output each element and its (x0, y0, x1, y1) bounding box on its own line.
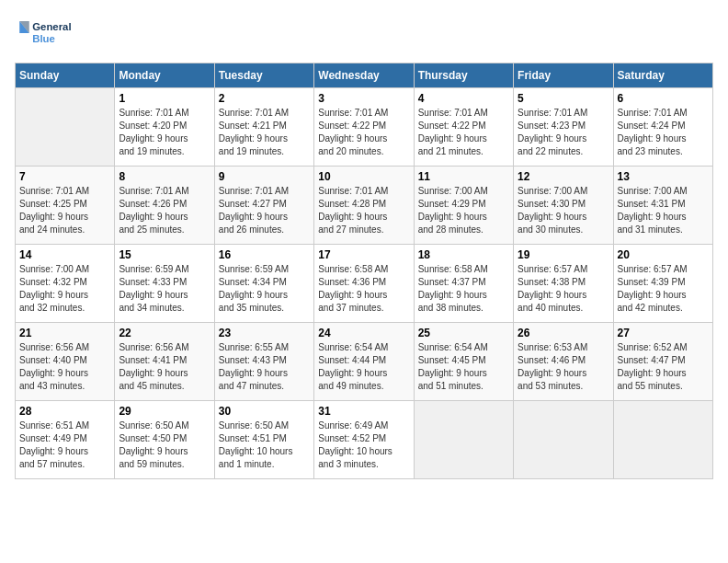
week-row-4: 21Sunrise: 6:56 AM Sunset: 4:40 PM Dayli… (16, 323, 713, 401)
day-number: 27 (618, 327, 709, 339)
week-row-5: 28Sunrise: 6:51 AM Sunset: 4:49 PM Dayli… (16, 401, 713, 479)
day-info: Sunrise: 6:56 AM Sunset: 4:41 PM Dayligh… (119, 341, 210, 393)
day-info: Sunrise: 7:01 AM Sunset: 4:26 PM Dayligh… (119, 185, 210, 236)
day-number: 24 (318, 327, 409, 339)
day-number: 1 (119, 92, 210, 105)
calendar-cell: 14Sunrise: 7:00 AM Sunset: 4:32 PM Dayli… (16, 245, 115, 323)
day-number: 28 (19, 405, 110, 418)
day-info: Sunrise: 6:59 AM Sunset: 4:34 PM Dayligh… (219, 263, 310, 315)
calendar-cell (414, 401, 513, 479)
calendar-cell: 10Sunrise: 7:01 AM Sunset: 4:28 PM Dayli… (314, 167, 414, 245)
page-header: General Blue (15, 15, 713, 52)
logo: General Blue (15, 15, 79, 52)
day-number: 12 (518, 170, 609, 183)
weekday-header-saturday: Saturday (613, 63, 712, 88)
calendar-cell: 31Sunrise: 6:49 AM Sunset: 4:52 PM Dayli… (314, 401, 414, 479)
day-info: Sunrise: 7:01 AM Sunset: 4:23 PM Dayligh… (518, 107, 609, 158)
svg-text:Blue: Blue (32, 33, 55, 44)
logo-svg: General Blue (15, 15, 79, 52)
calendar-cell: 25Sunrise: 6:54 AM Sunset: 4:45 PM Dayli… (414, 323, 513, 401)
weekday-header-row: SundayMondayTuesdayWednesdayThursdayFrid… (16, 63, 713, 88)
day-number: 15 (119, 248, 210, 261)
calendar-cell: 17Sunrise: 6:58 AM Sunset: 4:36 PM Dayli… (314, 245, 414, 323)
day-info: Sunrise: 6:57 AM Sunset: 4:39 PM Dayligh… (618, 263, 709, 315)
day-number: 19 (518, 248, 609, 261)
day-info: Sunrise: 7:01 AM Sunset: 4:28 PM Dayligh… (318, 185, 409, 236)
day-info: Sunrise: 6:56 AM Sunset: 4:40 PM Dayligh… (19, 341, 110, 393)
day-info: Sunrise: 7:01 AM Sunset: 4:20 PM Dayligh… (119, 107, 210, 158)
weekday-header-friday: Friday (514, 63, 613, 88)
day-info: Sunrise: 7:01 AM Sunset: 4:27 PM Dayligh… (219, 185, 310, 236)
day-number: 25 (418, 327, 509, 339)
calendar-cell: 5Sunrise: 7:01 AM Sunset: 4:23 PM Daylig… (514, 88, 613, 167)
day-info: Sunrise: 6:53 AM Sunset: 4:46 PM Dayligh… (518, 341, 609, 393)
day-number: 2 (219, 92, 310, 105)
calendar-cell: 27Sunrise: 6:52 AM Sunset: 4:47 PM Dayli… (613, 323, 712, 401)
day-number: 26 (518, 327, 609, 339)
weekday-header-tuesday: Tuesday (214, 63, 313, 88)
calendar-cell: 22Sunrise: 6:56 AM Sunset: 4:41 PM Dayli… (115, 323, 214, 401)
calendar-cell: 13Sunrise: 7:00 AM Sunset: 4:31 PM Dayli… (613, 167, 712, 245)
calendar-cell: 21Sunrise: 6:56 AM Sunset: 4:40 PM Dayli… (16, 323, 115, 401)
day-info: Sunrise: 7:01 AM Sunset: 4:22 PM Dayligh… (418, 107, 509, 158)
day-number: 6 (618, 92, 709, 105)
day-info: Sunrise: 6:49 AM Sunset: 4:52 PM Dayligh… (318, 419, 409, 471)
day-number: 16 (219, 248, 310, 261)
weekday-header-sunday: Sunday (16, 63, 115, 88)
day-number: 30 (219, 405, 310, 418)
day-number: 14 (19, 248, 110, 261)
day-info: Sunrise: 7:00 AM Sunset: 4:30 PM Dayligh… (518, 185, 609, 236)
calendar-table: SundayMondayTuesdayWednesdayThursdayFrid… (15, 63, 713, 479)
day-info: Sunrise: 6:54 AM Sunset: 4:44 PM Dayligh… (318, 341, 409, 393)
calendar-cell: 3Sunrise: 7:01 AM Sunset: 4:22 PM Daylig… (314, 88, 414, 167)
week-row-2: 7Sunrise: 7:01 AM Sunset: 4:25 PM Daylig… (16, 167, 713, 245)
calendar-cell: 9Sunrise: 7:01 AM Sunset: 4:27 PM Daylig… (214, 167, 313, 245)
day-info: Sunrise: 6:58 AM Sunset: 4:36 PM Dayligh… (318, 263, 409, 315)
calendar-cell: 4Sunrise: 7:01 AM Sunset: 4:22 PM Daylig… (414, 88, 513, 167)
day-info: Sunrise: 7:00 AM Sunset: 4:29 PM Dayligh… (418, 185, 509, 236)
day-number: 3 (318, 92, 409, 105)
weekday-header-thursday: Thursday (414, 63, 513, 88)
calendar-cell: 23Sunrise: 6:55 AM Sunset: 4:43 PM Dayli… (214, 323, 313, 401)
calendar-cell: 24Sunrise: 6:54 AM Sunset: 4:44 PM Dayli… (314, 323, 414, 401)
calendar-cell (514, 401, 613, 479)
day-number: 23 (219, 327, 310, 339)
day-info: Sunrise: 6:50 AM Sunset: 4:51 PM Dayligh… (219, 419, 310, 471)
day-info: Sunrise: 7:01 AM Sunset: 4:21 PM Dayligh… (219, 107, 310, 158)
calendar-cell: 20Sunrise: 6:57 AM Sunset: 4:39 PM Dayli… (613, 245, 712, 323)
day-info: Sunrise: 6:54 AM Sunset: 4:45 PM Dayligh… (418, 341, 509, 393)
day-info: Sunrise: 7:01 AM Sunset: 4:25 PM Dayligh… (19, 185, 110, 236)
calendar-cell: 18Sunrise: 6:58 AM Sunset: 4:37 PM Dayli… (414, 245, 513, 323)
calendar-cell: 7Sunrise: 7:01 AM Sunset: 4:25 PM Daylig… (16, 167, 115, 245)
calendar-cell: 2Sunrise: 7:01 AM Sunset: 4:21 PM Daylig… (214, 88, 313, 167)
calendar-cell: 16Sunrise: 6:59 AM Sunset: 4:34 PM Dayli… (214, 245, 313, 323)
day-number: 13 (618, 170, 709, 183)
day-info: Sunrise: 7:01 AM Sunset: 4:22 PM Dayligh… (318, 107, 409, 158)
day-number: 18 (418, 248, 509, 261)
calendar-cell: 19Sunrise: 6:57 AM Sunset: 4:38 PM Dayli… (514, 245, 613, 323)
calendar-cell: 8Sunrise: 7:01 AM Sunset: 4:26 PM Daylig… (115, 167, 214, 245)
day-number: 17 (318, 248, 409, 261)
day-info: Sunrise: 6:59 AM Sunset: 4:33 PM Dayligh… (119, 263, 210, 315)
day-info: Sunrise: 7:01 AM Sunset: 4:24 PM Dayligh… (618, 107, 709, 158)
week-row-1: 1Sunrise: 7:01 AM Sunset: 4:20 PM Daylig… (16, 88, 713, 167)
calendar-cell: 30Sunrise: 6:50 AM Sunset: 4:51 PM Dayli… (214, 401, 313, 479)
weekday-header-monday: Monday (115, 63, 214, 88)
day-number: 9 (219, 170, 310, 183)
day-number: 11 (418, 170, 509, 183)
day-info: Sunrise: 6:55 AM Sunset: 4:43 PM Dayligh… (219, 341, 310, 393)
calendar-cell: 1Sunrise: 7:01 AM Sunset: 4:20 PM Daylig… (115, 88, 214, 167)
day-number: 20 (618, 248, 709, 261)
day-info: Sunrise: 6:52 AM Sunset: 4:47 PM Dayligh… (618, 341, 709, 393)
day-number: 29 (119, 405, 210, 418)
day-info: Sunrise: 6:57 AM Sunset: 4:38 PM Dayligh… (518, 263, 609, 315)
day-number: 31 (318, 405, 409, 418)
day-info: Sunrise: 7:00 AM Sunset: 4:32 PM Dayligh… (19, 263, 110, 315)
calendar-cell: 15Sunrise: 6:59 AM Sunset: 4:33 PM Dayli… (115, 245, 214, 323)
day-info: Sunrise: 7:00 AM Sunset: 4:31 PM Dayligh… (618, 185, 709, 236)
day-number: 21 (19, 327, 110, 339)
calendar-cell (613, 401, 712, 479)
day-info: Sunrise: 6:51 AM Sunset: 4:49 PM Dayligh… (19, 419, 110, 471)
day-number: 5 (518, 92, 609, 105)
day-number: 8 (119, 170, 210, 183)
